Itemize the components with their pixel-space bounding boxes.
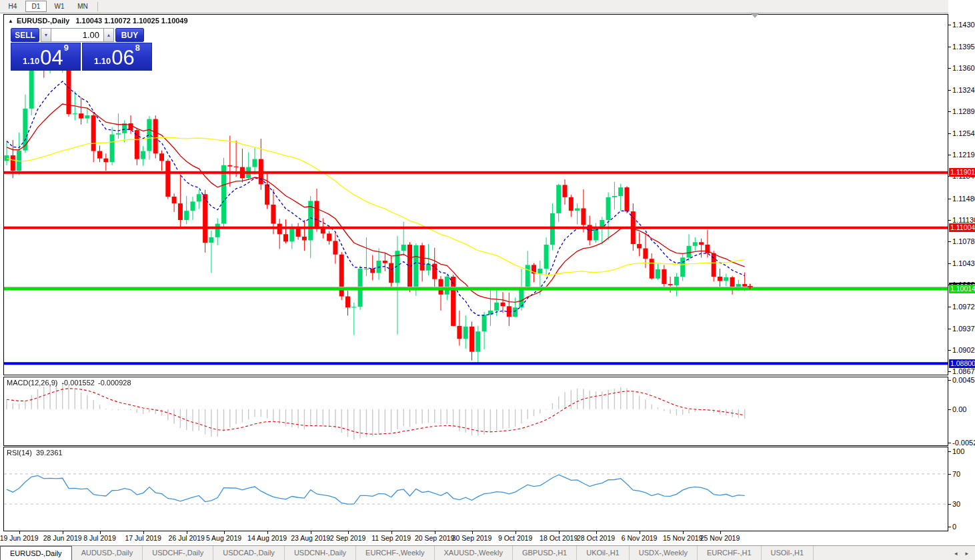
price-axis-tickmark [948,199,951,199]
date-axis-label: 19 Jun 2019 [0,534,39,542]
macd-main-value: -0.001552 [61,379,95,387]
volume-input[interactable] [51,28,103,42]
rsi-axis-label: 0 [952,523,956,531]
buy-button[interactable]: BUY [115,28,144,42]
price-tag-1.11004: 1.11004 [949,223,975,232]
mt4-chart-window: H4D1W1MN ▲EURUSD-,Daily1.10043 1.10072 1… [0,0,975,560]
date-axis-label: 25 Nov 2019 [700,534,740,542]
price-axis-tickmark [948,350,951,351]
buy-price-quote[interactable]: 1.10 06 8 [82,43,152,71]
rsi-axis-tickmark [948,451,951,452]
rsi-axis-tickmark [948,504,951,505]
toolbar-separator [97,2,98,11]
timeframe-button-mn[interactable]: MN [72,1,93,12]
price-axis-label: 1.13950 [952,43,975,51]
rsi-axis-label: 70 [952,470,960,478]
date-axis-label: 5 Aug 2019 [206,534,241,542]
volume-increase-button[interactable]: ▴ [103,28,114,42]
macd-name: MACD(12,26,9) [7,379,57,387]
tab-audusd-daily[interactable]: AUDUSD-,Daily [72,546,143,560]
price-axis-tickmark [948,241,951,242]
price-axis-tickmark [948,329,951,329]
tab-usoil-h1[interactable]: USOil-,H1 [762,546,814,560]
chart-tab-bar: EURUSD-,DailyAUDUSD-,DailyUSDCHF-,DailyU… [0,545,975,560]
tab-usdcnh-daily[interactable]: USDCNH-,Daily [285,546,356,560]
price-axis-label: 1.12890 [952,107,975,115]
price-axis-label: 1.11480 [952,195,975,203]
macd-axis-label: 0.004536 [952,376,975,384]
date-axis-label: 20 Sep 2019 [415,534,455,542]
price-axis-tickmark [948,220,951,221]
rsi-axis-tickmark [948,527,951,527]
rsi-value: 39.2361 [36,449,63,457]
macd-axis-tickmark [948,443,951,443]
rsi-axis-label: 100 [952,447,964,455]
sell-price-quote[interactable]: 1.10 04 9 [11,43,81,71]
rsi-indicator-panel [3,447,948,531]
tab-scroll-left-icon[interactable]: ◂ [954,550,958,557]
macd-indicator-panel [3,377,948,446]
date-axis-label: 18 Oct 2019 [540,534,578,542]
price-tag-1.11901: 1.11901 [949,168,975,177]
buy-price-prefix: 1.10 [94,55,111,68]
date-axis-label: 30 Sep 2019 [452,534,492,542]
tab-gbpusd-h1[interactable]: GBPUSD-,H1 [513,546,577,560]
macd-signal-value: -0.000928 [98,379,131,387]
date-axis: 19 Jun 201928 Jun 20198 Jul 201917 Jul 2… [0,531,948,545]
date-axis-label: 17 Jul 2019 [125,534,161,542]
tab-eurchf-h1[interactable]: EURCHF-,H1 [698,546,762,560]
chart-shift-marker-icon[interactable] [751,13,759,18]
date-axis-label: 11 Sep 2019 [371,534,411,542]
tab-xauusd-weekly[interactable]: XAUUSD-,Weekly [435,546,513,560]
price-axis-label: 1.12190 [952,151,975,159]
date-axis-label: 23 Aug 2019 [291,534,330,542]
chart-title: ▲EURUSD-,Daily1.10043 1.10072 1.10025 1.… [8,17,188,25]
price-axis-tickmark [948,25,951,25]
sell-price-big-digits: 04 [40,48,63,68]
timeframe-button-h4[interactable]: H4 [2,1,23,12]
date-axis-label: 6 Nov 2019 [622,534,658,542]
price-axis-tickmark [948,68,951,69]
chart-symbol-label: EURUSD-,Daily [17,17,69,25]
sell-price-pip-digit: 9 [64,43,69,51]
rsi-axis-label: 30 [952,500,960,508]
price-axis-label: 1.13240 [952,86,975,94]
rsi-name: RSI(14) [7,449,32,457]
rsi-canvas[interactable] [4,447,948,531]
price-tag-1.10014: 1.10014 [949,285,975,293]
date-axis-label: 14 Aug 2019 [247,534,287,542]
sell-button[interactable]: SELL [11,28,39,42]
macd-axis-label: -0.005205 [952,439,975,447]
price-axis-label: 1.10430 [952,259,975,267]
price-axis-label: 1.08670 [952,367,975,375]
tab-eurchf-weekly[interactable]: EURCHF-,Weekly [356,546,434,560]
price-axis-label: 1.09720 [952,303,975,311]
macd-canvas[interactable] [4,377,948,445]
tab-eurusd-daily[interactable]: EURUSD-,Daily [0,546,72,560]
tab-scroll-arrows: ◂ ▸ [946,546,975,560]
price-tag-1.08800: 1.08800 [949,359,975,368]
tab-ukoil-h1[interactable]: UKOil-,H1 [577,546,630,560]
one-click-trading-panel: SELL ▾ ▴ BUY 1.10 04 9 1.10 06 8 [11,28,152,71]
price-axis-tickmark [948,90,951,91]
tab-scroll-right-icon[interactable]: ▸ [965,550,968,557]
tab-usdx-weekly[interactable]: USDX-,Weekly [630,546,698,560]
date-axis-label: 26 Jul 2019 [169,534,205,542]
price-axis-tickmark [948,47,951,47]
price-axis-tickmark [948,371,951,372]
macd-axis-tickmark [948,409,951,410]
collapse-triangle-icon[interactable]: ▲ [8,18,13,24]
timeframe-button-d1[interactable]: D1 [25,1,47,12]
volume-decrease-button[interactable]: ▾ [41,28,51,42]
macd-label-row: MACD(12,26,9)-0.001552-0.000928 [7,379,131,387]
tab-usdcad-daily[interactable]: USDCAD-,Daily [213,546,285,560]
price-axis-label: 1.13600 [952,64,975,72]
price-axis-tickmark [948,133,951,134]
timeframe-button-w1[interactable]: W1 [49,1,70,12]
price-axis: 1.143001.139501.136001.132401.128901.125… [948,0,975,545]
tab-usdchf-daily[interactable]: USDCHF-,Daily [143,546,213,560]
price-axis-label: 1.14300 [952,21,975,29]
date-axis-label: 2 Sep 2019 [330,534,366,542]
timeframe-toolbar: H4D1W1MN [0,0,975,13]
date-axis-label: 8 Jul 2019 [83,534,115,542]
